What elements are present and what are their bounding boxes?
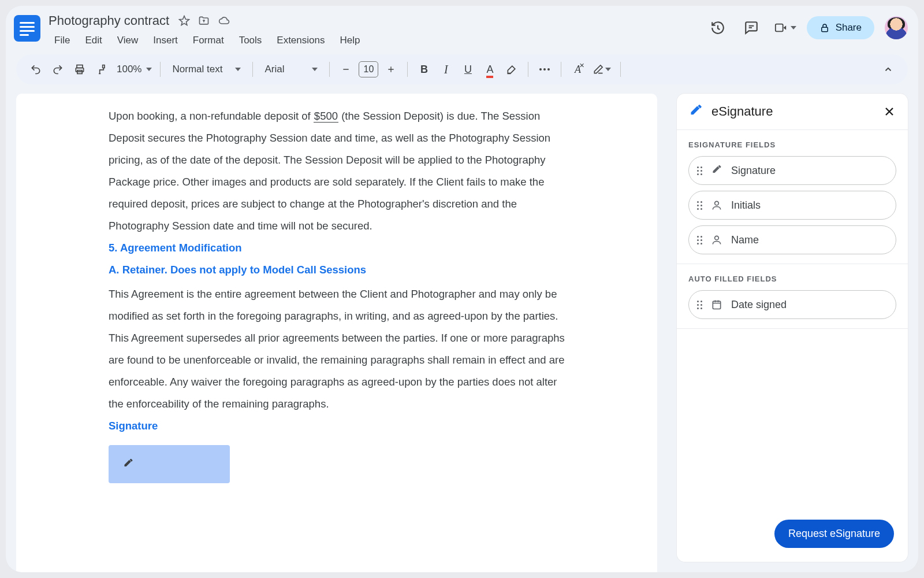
field-label: Initials — [731, 199, 761, 212]
separator — [561, 62, 561, 77]
separator — [329, 62, 330, 77]
person-icon — [710, 234, 723, 246]
chevron-down-icon — [235, 68, 241, 71]
print-button[interactable] — [69, 59, 90, 80]
drag-handle-icon — [697, 301, 702, 309]
font-increase-button[interactable] — [381, 59, 401, 80]
close-panel-button[interactable] — [882, 105, 896, 118]
editing-mode-select[interactable] — [589, 59, 614, 80]
close-icon — [882, 105, 896, 118]
title-icons — [178, 15, 230, 27]
svg-rect-0 — [775, 24, 783, 32]
share-label: Share — [836, 22, 862, 34]
menu-extensions[interactable]: Extensions — [270, 32, 331, 49]
separator — [620, 62, 621, 77]
menu-edit[interactable]: Edit — [78, 32, 109, 49]
comments-icon[interactable] — [740, 16, 763, 39]
panel-header: eSignature — [677, 94, 908, 130]
cloud-status-icon[interactable] — [218, 15, 230, 27]
topbar: Photography contract File Edit View — [6, 6, 918, 49]
panel-title: eSignature — [711, 104, 773, 119]
separator — [160, 62, 161, 77]
pen-icon — [710, 165, 723, 176]
font-decrease-button[interactable] — [336, 59, 356, 80]
collapse-toolbar-button[interactable] — [878, 59, 899, 80]
topbar-right: Share — [706, 16, 908, 39]
menu-tools[interactable]: Tools — [232, 32, 269, 49]
field-signature[interactable]: Signature — [688, 156, 896, 185]
svg-point-9 — [715, 236, 719, 240]
drag-handle-icon — [697, 236, 702, 244]
request-esignature-button[interactable]: Request eSignature — [774, 520, 894, 548]
menu-help[interactable]: Help — [333, 32, 367, 49]
toolbar: 100% Normal text Arial B I U A A✕ — [16, 54, 908, 84]
section-label: AUTO FILLED FIELDS — [688, 275, 896, 283]
section-esignature-fields: ESIGNATURE FIELDS Signature Initials Nam… — [677, 130, 908, 264]
field-date-signed[interactable]: Date signed — [688, 290, 896, 319]
menu-insert[interactable]: Insert — [146, 32, 185, 49]
share-button[interactable]: Share — [807, 16, 874, 39]
underline-button[interactable]: U — [457, 59, 478, 80]
font-select[interactable]: Arial — [259, 59, 323, 80]
docs-logo-icon[interactable] — [14, 15, 40, 42]
menu-format[interactable]: Format — [186, 32, 231, 49]
svg-point-8 — [715, 201, 719, 205]
chevron-down-icon — [312, 68, 318, 71]
paint-format-button[interactable] — [91, 59, 112, 80]
menu-view[interactable]: View — [110, 32, 146, 49]
lock-icon — [819, 23, 830, 33]
separator — [528, 62, 528, 77]
font-size-group — [336, 59, 401, 80]
text: (the Session Deposit) is due. The Sessio… — [109, 110, 550, 232]
meet-button[interactable] — [773, 16, 796, 39]
star-icon[interactable] — [178, 15, 190, 27]
font-size-input[interactable] — [359, 61, 378, 77]
field-initials[interactable]: Initials — [688, 191, 896, 220]
paragraph-deposit: Upon booking, a non-refundable deposit o… — [109, 105, 565, 237]
drag-handle-icon — [697, 201, 702, 210]
style-select[interactable]: Normal text — [166, 59, 247, 80]
document-title[interactable]: Photography contract — [47, 12, 170, 30]
zoom-value: 100% — [117, 64, 141, 75]
body-area: Upon booking, a non-refundable deposit o… — [6, 84, 918, 572]
document-page[interactable]: Upon booking, a non-refundable deposit o… — [16, 94, 657, 572]
field-name[interactable]: Name — [688, 225, 896, 254]
section-auto-fields: AUTO FILLED FIELDS Date signed — [677, 264, 908, 329]
pen-icon — [688, 104, 703, 119]
field-label: Signature — [731, 165, 776, 177]
zoom-select[interactable]: 100% — [113, 59, 154, 80]
signature-label: Signature — [109, 415, 565, 437]
person-icon — [710, 199, 723, 211]
clear-format-button[interactable]: A✕ — [567, 59, 588, 80]
menu-file[interactable]: File — [47, 32, 77, 49]
chevron-down-icon — [791, 26, 796, 29]
svg-rect-1 — [821, 27, 828, 32]
pen-icon — [122, 458, 134, 470]
app-window: Photography contract File Edit View — [6, 6, 918, 572]
font-value: Arial — [264, 64, 284, 75]
move-icon[interactable] — [198, 15, 210, 27]
italic-button[interactable]: I — [435, 59, 456, 80]
more-button[interactable] — [534, 59, 555, 80]
svg-rect-10 — [713, 301, 720, 309]
svg-point-5 — [539, 68, 542, 71]
highlight-button[interactable] — [501, 59, 522, 80]
account-avatar[interactable] — [885, 16, 908, 39]
redo-button[interactable] — [47, 59, 68, 80]
document-scroll[interactable]: Upon booking, a non-refundable deposit o… — [16, 94, 665, 562]
heading-5: 5. Agreement Modification — [109, 237, 565, 259]
text-color-button[interactable]: A — [479, 59, 500, 80]
style-value: Normal text — [172, 64, 222, 75]
svg-point-6 — [543, 68, 546, 71]
paragraph-agreement: This Agreement is the entire agreement b… — [109, 283, 565, 415]
history-icon[interactable] — [706, 16, 729, 39]
title-area: Photography contract File Edit View — [47, 12, 706, 49]
undo-button[interactable] — [25, 59, 46, 80]
section-label: ESIGNATURE FIELDS — [688, 140, 896, 149]
menu-bar: File Edit View Insert Format Tools Exten… — [47, 32, 706, 49]
title-row: Photography contract — [47, 12, 706, 30]
calendar-icon — [710, 299, 723, 310]
chevron-down-icon — [605, 68, 611, 71]
bold-button[interactable]: B — [413, 59, 434, 80]
signature-field-placeholder[interactable] — [109, 445, 230, 483]
